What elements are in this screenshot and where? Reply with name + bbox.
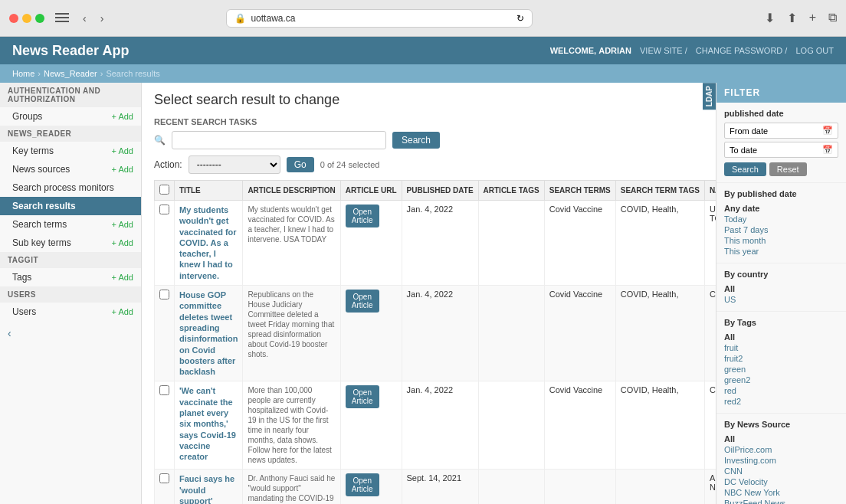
filter-source-investing[interactable]: Investing.com <box>724 455 838 466</box>
filter-date-this-month[interactable]: This month <box>724 235 838 246</box>
view-site-link[interactable]: VIEW SITE <box>640 46 683 55</box>
article-title-link-2[interactable]: 'We can't vaccinate the planet every six… <box>179 386 236 461</box>
row-name-0: USA TODAY <box>704 201 716 286</box>
table-row: Fauci says he 'would support' mandating … <box>155 470 716 504</box>
add-tags-link[interactable]: + Add <box>112 273 133 282</box>
filter-to-date[interactable]: To date 📅 <box>724 142 838 158</box>
add-users-link[interactable]: + Add <box>112 307 133 316</box>
share-icon[interactable]: ⬆ <box>787 11 797 25</box>
add-groups-link[interactable]: + Add <box>112 112 133 121</box>
open-article-btn-1[interactable]: OpenArticle <box>346 290 379 313</box>
sidebar-item-news-sources[interactable]: News sources + Add <box>0 160 141 178</box>
traffic-light-red[interactable] <box>9 14 18 23</box>
username: ADRIAN <box>598 46 631 55</box>
filter-tag-fruit[interactable]: fruit <box>724 342 838 353</box>
select-all-checkbox[interactable] <box>159 185 169 195</box>
sidebar-item-search-results[interactable]: Search results <box>0 197 141 215</box>
traffic-light-yellow[interactable] <box>22 14 31 23</box>
sidebar-item-tags[interactable]: Tags + Add <box>0 268 141 286</box>
logout-link[interactable]: LOG OUT <box>795 46 834 55</box>
table-row: My students wouldn't get vaccinated for … <box>155 201 716 286</box>
filter-reset-btn[interactable]: Reset <box>769 162 807 176</box>
search-icon: 🔍 <box>154 135 166 146</box>
article-title-link-3[interactable]: Fauci says he 'would support' mandating … <box>179 474 237 504</box>
sidebar-section-users: USERS <box>0 286 141 303</box>
filter-tag-green[interactable]: green <box>724 364 838 375</box>
filter-published-date-label: published date <box>724 109 838 118</box>
row-desc-0: My students wouldn't get vaccinated for … <box>243 201 340 286</box>
filter-country-all[interactable]: All <box>724 283 838 294</box>
table-row: House GOP committee deletes tweet spread… <box>155 286 716 381</box>
breadcrumb-home[interactable]: Home <box>12 69 34 78</box>
filter-date-this-year[interactable]: This year <box>724 246 838 257</box>
filter-source-all[interactable]: All <box>724 434 838 444</box>
filter-source-oilprice[interactable]: OilPrice.com <box>724 444 838 455</box>
new-tab-icon[interactable]: + <box>809 11 816 25</box>
row-name-2: CNN <box>704 381 716 470</box>
breadcrumb-news-reader[interactable]: News_Reader <box>44 69 97 78</box>
back-btn[interactable]: ‹ <box>80 11 90 26</box>
filter-source-dc-velocity[interactable]: DC Velocity <box>724 476 838 487</box>
row-url-1: OpenArticle <box>340 286 402 381</box>
add-news-sources-link[interactable]: + Add <box>112 165 133 174</box>
filter-source-buzzfeed[interactable]: BuzzFeed News <box>724 498 838 504</box>
filter-sidebar: FILTER published date From date 📅 To dat… <box>716 83 846 504</box>
filter-tag-all[interactable]: All <box>724 332 838 342</box>
add-search-terms-link[interactable]: + Add <box>112 220 133 229</box>
filter-tag-green2[interactable]: green2 <box>724 375 838 385</box>
action-select[interactable]: -------- <box>189 155 280 174</box>
filter-date-any[interactable]: Any date <box>724 203 838 214</box>
col-url: ARTICLE URL <box>340 181 402 201</box>
filter-published-date-section: published date From date 📅 To date 📅 Sea… <box>716 103 846 183</box>
download-icon[interactable]: ⬇ <box>765 11 775 25</box>
go-button[interactable]: Go <box>287 157 314 172</box>
filter-date-past7[interactable]: Past 7 days <box>724 224 838 235</box>
sidebar-collapse[interactable]: ‹ <box>0 321 141 345</box>
filter-from-date[interactable]: From date 📅 <box>724 123 838 139</box>
row-url-3: OpenArticle <box>340 470 402 504</box>
row-search-term-tags-0: COVID, Health, <box>615 201 704 286</box>
filter-source-cnn[interactable]: CNN <box>724 466 838 476</box>
article-title-link-1[interactable]: House GOP committee deletes tweet spread… <box>179 290 238 376</box>
row-select-3[interactable] <box>159 473 169 483</box>
filter-search-btn[interactable]: Search <box>724 162 766 176</box>
tabs-icon[interactable]: ⧉ <box>828 11 837 25</box>
search-button[interactable]: Search <box>392 132 440 149</box>
filter-tag-red2[interactable]: red2 <box>724 396 838 407</box>
page-title: Select search result to change <box>154 92 703 108</box>
add-key-terms-link[interactable]: + Add <box>112 146 133 155</box>
sidebar-toggle-btn[interactable] <box>52 11 72 25</box>
open-article-btn-0[interactable]: OpenArticle <box>346 205 379 227</box>
filter-tag-fruit2[interactable]: fruit2 <box>724 353 838 364</box>
filter-by-tags-title: By Tags <box>724 318 838 327</box>
row-select-2[interactable] <box>159 385 169 395</box>
address-bar[interactable]: 🔒 uottawa.ca ↻ <box>226 9 533 28</box>
col-published-date: PUBLISHED DATE <box>402 181 478 201</box>
change-password-link[interactable]: CHANGE PASSWORD <box>696 46 782 55</box>
sidebar-item-groups[interactable]: Groups + Add <box>0 107 141 126</box>
row-search-term-tags-2: COVID, Health, <box>615 381 704 470</box>
add-sub-key-terms-link[interactable]: + Add <box>112 238 133 247</box>
filter-date-today[interactable]: Today <box>724 214 838 224</box>
filter-tag-red[interactable]: red <box>724 385 838 396</box>
open-article-btn-3[interactable]: OpenArticle <box>346 473 379 496</box>
sidebar-item-search-terms[interactable]: Search terms + Add <box>0 215 141 234</box>
filter-country-us[interactable]: US <box>724 294 838 305</box>
ldap-tab[interactable]: LDAP <box>703 83 716 110</box>
traffic-light-green[interactable] <box>35 14 44 23</box>
row-name-3: ABC News <box>704 470 716 504</box>
row-select-0[interactable] <box>159 205 169 214</box>
forward-btn[interactable]: › <box>97 11 107 26</box>
sidebar-item-search-process-monitors[interactable]: Search process monitors <box>0 178 141 197</box>
sidebar-item-sub-key-terms[interactable]: Sub key terms + Add <box>0 234 141 252</box>
row-date-1: Jan. 4, 2022 <box>402 286 478 381</box>
search-input[interactable] <box>172 131 386 149</box>
open-article-btn-2[interactable]: OpenArticle <box>346 385 379 408</box>
filter-source-nbc-ny[interactable]: NBC New York <box>724 487 838 498</box>
article-title-link-0[interactable]: My students wouldn't get vaccinated for … <box>179 205 237 280</box>
row-select-1[interactable] <box>159 290 169 299</box>
sidebar-item-key-terms[interactable]: Key terms + Add <box>0 142 141 160</box>
sidebar-item-users[interactable]: Users + Add <box>0 303 141 321</box>
row-article-tags-1 <box>478 286 544 381</box>
row-search-terms-2: Covid Vaccine <box>544 381 615 470</box>
